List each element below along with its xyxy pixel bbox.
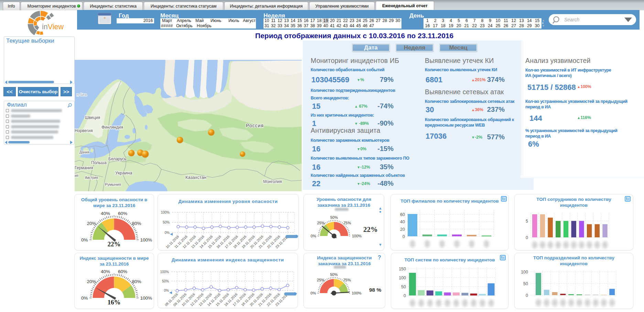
svg-text:40%: 40% (101, 269, 110, 274)
svg-text:Румыния: Румыния (105, 182, 121, 186)
svg-text:0: 0 (526, 293, 528, 298)
svg-text:Дания: Дания (79, 150, 89, 154)
svg-text:Россия: Россия (246, 123, 264, 128)
svg-text:Украина: Украина (115, 170, 132, 175)
svg-text:20%: 20% (87, 279, 96, 284)
svg-text:100%: 100% (140, 237, 152, 243)
svg-text:16%: 16% (108, 299, 121, 306)
svg-text:80%: 80% (132, 279, 141, 284)
svg-text:60%: 60% (118, 211, 127, 216)
svg-text:25%: 25% (317, 278, 324, 282)
svg-text:60: 60 (400, 212, 405, 217)
svg-text:0%: 0% (311, 234, 316, 238)
svg-text:Германия: Германия (75, 165, 93, 170)
svg-text:0%: 0% (164, 289, 169, 292)
svg-text:0%: 0% (165, 231, 170, 235)
svg-text:Казахстан: Казахстан (185, 175, 206, 180)
svg-text:100: 100 (521, 270, 528, 275)
svg-text:0: 0 (402, 234, 405, 239)
svg-text:0: 0 (404, 293, 406, 298)
svg-text:20: 20 (400, 227, 405, 232)
svg-text:50%: 50% (162, 279, 169, 283)
svg-text:ия: ия (75, 174, 78, 177)
svg-text:150: 150 (399, 267, 406, 271)
svg-text:Беларусь: Беларусь (108, 157, 126, 161)
svg-text:100: 100 (399, 276, 406, 280)
svg-text:Норвегия: Норвегия (75, 128, 93, 133)
svg-text:Швеция: Швеция (85, 115, 100, 120)
svg-text:40: 40 (400, 219, 405, 224)
svg-text:Монголия: Монголия (263, 179, 282, 184)
svg-text:50%: 50% (330, 215, 338, 219)
svg-text:inView: inView (42, 23, 64, 31)
svg-text:50: 50 (523, 281, 528, 286)
svg-text:n Sea: n Sea (77, 93, 87, 97)
svg-text:0%: 0% (81, 237, 88, 243)
svg-text:80%: 80% (132, 221, 141, 226)
svg-text:75%: 75% (343, 278, 351, 282)
svg-text:100%: 100% (140, 295, 152, 301)
svg-text:0%: 0% (311, 291, 316, 295)
svg-text:Польша: Польша (91, 160, 107, 165)
svg-text:100%: 100% (161, 211, 170, 214)
svg-text:5: 5 (526, 219, 528, 224)
svg-text:Финляндия: Финляндия (101, 125, 123, 130)
svg-text:Австрия: Австрия (85, 176, 98, 180)
svg-text:22%: 22% (108, 240, 121, 248)
svg-text:100%: 100% (352, 291, 362, 295)
svg-text:50%: 50% (330, 272, 337, 277)
svg-text:20%: 20% (87, 221, 96, 226)
svg-text:100%: 100% (352, 234, 362, 238)
svg-text:75%: 75% (343, 221, 351, 225)
svg-text:50%: 50% (163, 220, 170, 224)
svg-text:40%: 40% (101, 211, 110, 216)
svg-text:60%: 60% (118, 269, 127, 274)
svg-text:0%: 0% (81, 295, 88, 301)
svg-text:100%: 100% (160, 270, 169, 274)
svg-text:0: 0 (526, 235, 528, 240)
svg-text:50: 50 (401, 284, 406, 289)
svg-text:25%: 25% (317, 221, 325, 225)
